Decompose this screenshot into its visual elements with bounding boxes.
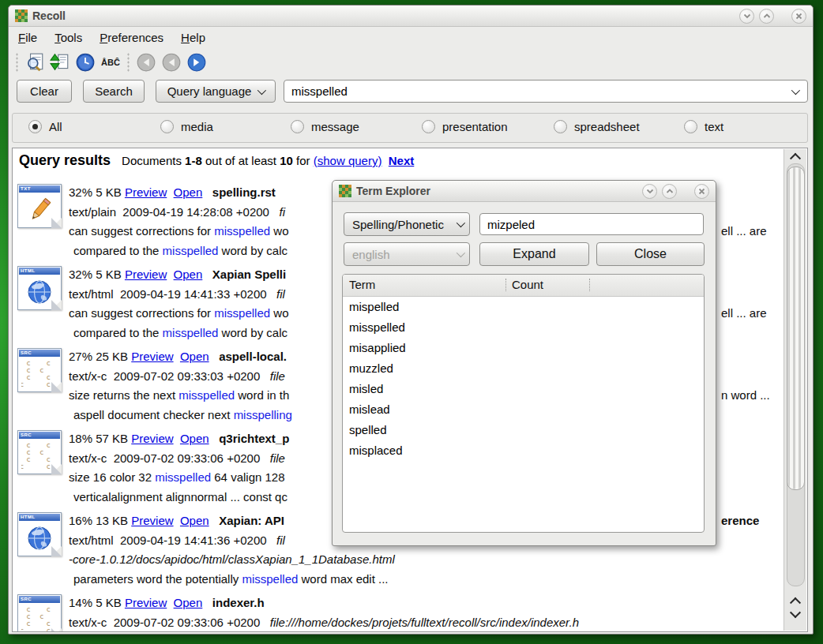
open-link[interactable]: Open xyxy=(180,350,209,363)
src-file-icon[interactable]: SRCc c c c c c c c c c c c xyxy=(17,594,62,632)
term-row[interactable]: spelled xyxy=(343,419,704,440)
result-text-fragment: ell ... are xyxy=(721,305,767,322)
results-scrollbar[interactable] xyxy=(784,149,806,631)
term-cell: misled xyxy=(343,382,383,395)
search-bar: Clear Search Query language xyxy=(9,77,813,108)
result-line: compared to the misspelled word by calc xyxy=(73,242,333,260)
radio-icon[interactable] xyxy=(160,120,174,133)
result-text: wo xyxy=(270,306,288,320)
scrollbar-thumb[interactable] xyxy=(787,167,805,490)
maximize-button[interactable] xyxy=(759,9,774,24)
menu-preferences[interactable]: Preferences xyxy=(100,31,163,44)
search-button[interactable]: Search xyxy=(83,80,145,103)
radio-icon[interactable] xyxy=(684,120,697,133)
column-separator[interactable] xyxy=(589,279,591,291)
toolbar-handle[interactable] xyxy=(15,52,19,73)
open-link[interactable]: Open xyxy=(180,432,209,445)
open-link[interactable]: Open xyxy=(174,185,203,199)
radio-icon[interactable] xyxy=(554,120,567,133)
close-button[interactable] xyxy=(791,9,806,24)
chevron-down-icon[interactable] xyxy=(791,85,800,94)
result-text: fil xyxy=(276,534,285,547)
query-language-dropdown[interactable]: Query language xyxy=(156,80,276,103)
filter-radio-spreadsheet[interactable]: spreadsheet xyxy=(554,120,640,133)
term-input[interactable] xyxy=(480,218,703,231)
result-text: misspelled xyxy=(214,224,270,238)
result-text: size returns the next xyxy=(69,388,179,402)
filter-radio-media[interactable]: media xyxy=(160,120,213,133)
main-titlebar[interactable]: Recoll xyxy=(9,6,813,27)
scroll-down-icon[interactable] xyxy=(784,608,806,621)
preview-link[interactable]: Preview xyxy=(125,185,167,199)
radio-icon[interactable] xyxy=(28,120,42,133)
next-page-icon[interactable] xyxy=(186,51,208,73)
html-file-icon[interactable]: HTML xyxy=(17,512,62,556)
filter-radio-message[interactable]: message xyxy=(291,120,359,133)
term-row[interactable]: misapplied xyxy=(343,337,704,358)
search-input[interactable] xyxy=(284,84,785,98)
result-text: compared to the xyxy=(73,244,163,257)
menu-file[interactable]: File xyxy=(18,31,37,44)
scroll-up-icon[interactable] xyxy=(784,594,806,607)
result-text: 32% 5 KB xyxy=(69,268,125,281)
filter-bar: All media message presentation spreadshe… xyxy=(12,113,808,143)
term-row[interactable]: mispelled xyxy=(343,296,704,316)
result-text xyxy=(202,596,212,609)
preview-link[interactable]: Preview xyxy=(125,596,167,609)
result-line: text/x-c 2009-07-02 09:33:03 +0200 file xyxy=(69,368,333,385)
src-file-icon[interactable]: SRCc c c c c c c c c c c c xyxy=(17,430,62,474)
expansion-mode-dropdown[interactable]: Spelling/Phonetic xyxy=(344,212,470,236)
term-input-box[interactable] xyxy=(479,213,704,235)
minimize-button[interactable] xyxy=(739,9,754,24)
term-explorer-icon[interactable]: ÅBĈ xyxy=(100,51,122,73)
window-title: Recoll xyxy=(32,9,735,22)
expand-button[interactable]: Expand xyxy=(479,242,589,266)
filter-radio-all[interactable]: All xyxy=(28,120,62,133)
minimize-button[interactable] xyxy=(642,184,657,199)
filter-radio-text[interactable]: text xyxy=(684,120,723,133)
html-file-icon[interactable]: HTML xyxy=(17,266,62,310)
open-link[interactable]: Open xyxy=(180,514,209,527)
term-row[interactable]: muzzled xyxy=(343,358,704,378)
preview-link[interactable]: Preview xyxy=(125,268,167,281)
open-link[interactable]: Open xyxy=(174,268,203,281)
result-text-fragment: n word ... xyxy=(721,387,770,404)
dialog-titlebar[interactable]: Term Explorer xyxy=(333,181,716,202)
term-row[interactable]: misspelled xyxy=(343,316,704,337)
update-index-icon[interactable] xyxy=(49,51,71,73)
term-row[interactable]: mislead xyxy=(343,399,704,419)
result-line: text/html 2009-04-19 14:41:36 +0200 fil xyxy=(69,532,333,549)
term-row[interactable]: misled xyxy=(343,378,704,399)
column-term[interactable]: Term xyxy=(349,278,375,291)
result-line: 16% 13 KB Preview Open Xapian: API xyxy=(69,512,333,530)
clear-button[interactable]: Clear xyxy=(17,80,72,103)
column-separator[interactable] xyxy=(505,279,507,291)
recoll-app-icon xyxy=(339,185,351,197)
maximize-button[interactable] xyxy=(662,184,677,199)
txt-file-icon[interactable]: TXT xyxy=(17,184,62,228)
sort-by-date-icon[interactable] xyxy=(74,51,96,73)
filter-radio-presentation[interactable]: presentation xyxy=(422,120,508,133)
scroll-up-icon[interactable] xyxy=(784,150,806,163)
result-text: 14% 5 KB xyxy=(69,596,125,609)
term-row[interactable]: misplaced xyxy=(343,440,704,460)
preview-link[interactable]: Preview xyxy=(131,432,173,445)
chevron-down-icon xyxy=(457,249,465,257)
open-link[interactable]: Open xyxy=(174,596,203,609)
search-combobox[interactable] xyxy=(284,80,808,103)
query-details-icon[interactable] xyxy=(24,51,46,73)
result-line: -core-1.0.12/docs/apidoc/html/classXapia… xyxy=(69,551,395,568)
result-text: spelling.rst xyxy=(212,185,276,199)
preview-link[interactable]: Preview xyxy=(131,514,173,527)
column-count[interactable]: Count xyxy=(512,278,543,291)
menu-help[interactable]: Help xyxy=(181,31,205,44)
preview-link[interactable]: Preview xyxy=(131,350,173,363)
menu-tools[interactable]: Tools xyxy=(54,31,82,44)
close-button[interactable] xyxy=(694,184,709,199)
src-file-icon[interactable]: SRCc c c c c c c c c c c c xyxy=(17,348,62,392)
result-line: 32% 5 KB Preview Open spelling.rst xyxy=(69,184,333,201)
radio-icon[interactable] xyxy=(291,120,304,133)
close-dialog-button[interactable]: Close xyxy=(596,242,705,266)
previous-page-icon xyxy=(160,51,182,73)
radio-icon[interactable] xyxy=(422,120,435,133)
